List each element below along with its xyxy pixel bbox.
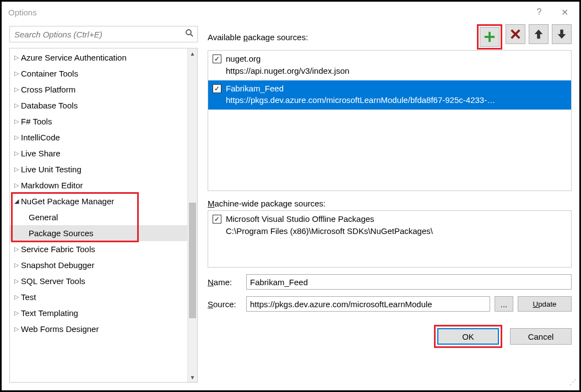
tree-item-label: Web Forms Designer [21, 324, 99, 334]
add-source-button[interactable] [480, 27, 499, 47]
chevron-right-icon[interactable]: ▷ [12, 293, 21, 301]
source-toolbar [477, 24, 572, 50]
cancel-button[interactable]: Cancel [510, 328, 572, 345]
tree-item[interactable]: ▷ Service Fabric Tools [10, 241, 187, 257]
name-input[interactable] [246, 274, 572, 290]
search-box[interactable] [9, 26, 198, 42]
source-label: Source: [208, 300, 242, 309]
scroll-up-icon[interactable]: ▲ [188, 48, 197, 58]
resize-grip-icon[interactable]: ⋰ [569, 380, 577, 388]
tree-item[interactable]: ▷ IntelliCode [10, 129, 187, 145]
move-down-button[interactable] [552, 24, 572, 44]
tree-item[interactable]: ▷ Container Tools [10, 66, 187, 81]
help-button[interactable]: ? [526, 3, 552, 21]
tree-item-label: SQL Server Tools [21, 276, 85, 286]
source-item[interactable]: ✓nuget.orghttps://api.nuget.org/v3/index… [208, 51, 571, 80]
source-name: Microsoft Visual Studio Offline Packages [226, 213, 433, 225]
chevron-right-icon[interactable]: ▷ [12, 118, 21, 125]
titlebar: Options ? ✕ [2, 2, 579, 23]
options-dialog: Options ? ✕ ▷ Azure Service Authenticati… [0, 0, 581, 392]
tree-item[interactable]: ▷ SQL Server Tools [10, 273, 187, 289]
chevron-right-icon[interactable]: ▷ [12, 166, 21, 173]
scroll-thumb[interactable] [189, 203, 196, 318]
source-url: https://api.nuget.org/v3/index.json [226, 65, 349, 77]
tree-item-label: Text Templating [21, 308, 78, 318]
options-tree[interactable]: ▷ Azure Service Authentication▷ Containe… [9, 48, 198, 383]
tree-item[interactable]: ▷ F# Tools [10, 113, 187, 129]
arrow-up-icon [533, 28, 545, 40]
chevron-right-icon[interactable]: ▷ [12, 54, 21, 61]
checkbox[interactable]: ✓ [213, 55, 221, 63]
right-panel: Available package sources: [208, 26, 572, 383]
tree-item-label: Container Tools [21, 69, 78, 78]
move-up-button[interactable] [529, 24, 549, 44]
tree-item[interactable]: ▷ Live Unit Testing [10, 161, 187, 177]
window-title: Options [8, 8, 526, 17]
remove-source-button[interactable] [506, 24, 525, 44]
chevron-right-icon[interactable]: ▷ [12, 246, 21, 253]
chevron-right-icon[interactable]: ▷ [12, 70, 21, 77]
tree-item-label: Package Sources [29, 228, 94, 238]
tree-item-label: Azure Service Authentication [21, 53, 127, 62]
source-url: C:\Program Files (x86)\Microsoft SDKs\Nu… [226, 225, 433, 237]
chevron-right-icon[interactable]: ▷ [12, 150, 21, 157]
update-button[interactable]: Update [518, 296, 572, 312]
chevron-right-icon[interactable]: ▷ [12, 182, 21, 189]
tree-item[interactable]: ▷ Test [10, 289, 187, 305]
search-input[interactable] [13, 29, 185, 40]
tree-item[interactable]: ▷ Snapshot Debugger [10, 257, 187, 273]
tree-item[interactable]: ◢ NuGet Package Manager [10, 193, 187, 209]
available-sources-label: Available package sources: [208, 32, 477, 42]
tree-item-label: Live Unit Testing [21, 165, 82, 174]
close-button[interactable]: ✕ [552, 3, 577, 21]
chevron-right-icon[interactable]: ▷ [12, 134, 21, 141]
tree-item-label: General [29, 213, 58, 222]
tree-item-label: NuGet Package Manager [21, 197, 114, 206]
tree-item[interactable]: ▷ Live Share [10, 145, 187, 161]
chevron-right-icon[interactable]: ▷ [12, 86, 21, 93]
tree-item-label: Test [21, 292, 36, 302]
svg-rect-3 [485, 36, 495, 38]
chevron-down-icon[interactable]: ◢ [12, 198, 21, 205]
ok-button[interactable]: OK [437, 328, 499, 345]
source-url: https://pkgs.dev.azure.com/microsoftLear… [226, 94, 495, 106]
tree-item[interactable]: ▷ Markdown Editor [10, 177, 187, 193]
arrow-down-icon [556, 28, 568, 40]
source-input[interactable] [246, 296, 490, 312]
chevron-right-icon[interactable]: ▷ [12, 309, 21, 317]
machine-source-item[interactable]: ✓Microsoft Visual Studio Offline Package… [213, 213, 567, 237]
tree-item-label: Snapshot Debugger [21, 260, 94, 270]
chevron-right-icon[interactable]: ▷ [12, 325, 21, 333]
tree-item[interactable]: General [10, 209, 187, 225]
source-item[interactable]: ✓Fabrikam_Feedhttps://pkgs.dev.azure.com… [208, 80, 571, 110]
tree-item-label: F# Tools [21, 117, 52, 126]
tree-item[interactable]: ▷ Cross Platform [10, 81, 187, 97]
tree-item-label: Database Tools [21, 101, 78, 110]
search-icon [185, 29, 194, 40]
machine-sources-list[interactable]: ✓Microsoft Visual Studio Offline Package… [208, 210, 572, 268]
left-panel: ▷ Azure Service Authentication▷ Containe… [9, 26, 198, 383]
browse-button[interactable]: ... [495, 296, 513, 312]
tree-item[interactable]: ▷ Azure Service Authentication [10, 50, 187, 66]
tree-item-label: Live Share [21, 149, 61, 158]
source-name: Fabrikam_Feed [226, 83, 495, 95]
scroll-down-icon[interactable]: ▼ [188, 372, 197, 382]
x-icon [509, 28, 522, 40]
machine-sources-label: Machine-wide package sources: [208, 199, 572, 208]
tree-scrollbar[interactable]: ▲ ▼ [187, 48, 197, 382]
chevron-right-icon[interactable]: ▷ [12, 262, 21, 269]
chevron-right-icon[interactable]: ▷ [12, 277, 21, 285]
chevron-right-icon[interactable]: ▷ [12, 102, 21, 109]
available-sources-list[interactable]: ✓nuget.orghttps://api.nuget.org/v3/index… [208, 50, 572, 191]
tree-item[interactable]: ▷ Database Tools [10, 97, 187, 113]
tree-item[interactable]: Package Sources [10, 225, 187, 241]
plus-icon [484, 31, 496, 43]
tree-item[interactable]: ▷ Web Forms Designer [10, 321, 187, 337]
checkbox[interactable]: ✓ [213, 84, 221, 93]
tree-item[interactable]: ▷ Text Templating [10, 305, 187, 321]
checkbox[interactable]: ✓ [213, 215, 221, 224]
tree-item-label: Service Fabric Tools [21, 244, 95, 254]
svg-point-0 [186, 30, 191, 35]
tree-item-label: Cross Platform [21, 85, 75, 94]
tree-item-label: IntelliCode [21, 133, 60, 142]
